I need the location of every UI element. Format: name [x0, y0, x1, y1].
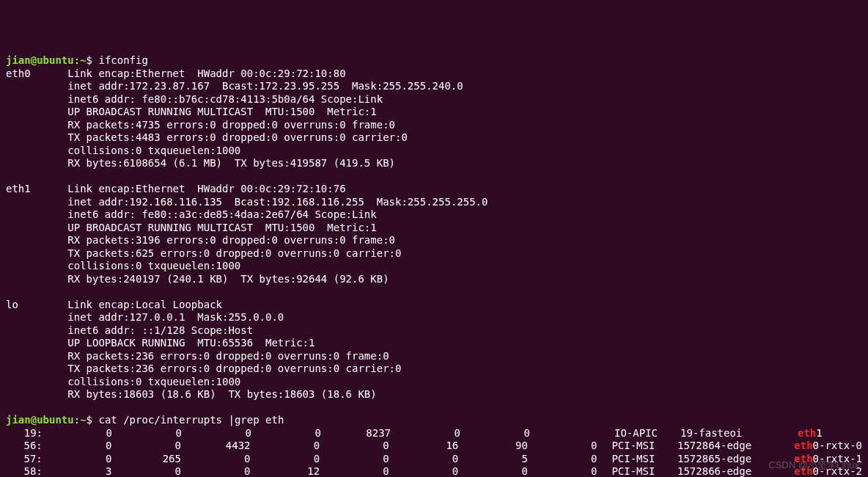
- ifconfig-eth0-line: TX packets:4483 errors:0 dropped:0 overr…: [6, 131, 862, 145]
- cpu-count: 0: [458, 465, 528, 477]
- cpu-count: 0: [528, 440, 597, 453]
- cpu-count: 0: [389, 453, 459, 466]
- cpu-count: 0: [182, 427, 251, 440]
- interrupt-row: 58:300120000PCI-MSI1572866-edgeeth0-rxtx…: [6, 465, 862, 477]
- command-cat-interrupts: cat /proc/interrupts |grep eth: [98, 414, 284, 426]
- prompt-user: jian@ubuntu: [6, 414, 74, 426]
- cpu-count: 0: [181, 465, 251, 477]
- grep-match: eth: [794, 440, 812, 451]
- ifconfig-lo-line: collisions:0 txqueuelen:1000: [6, 376, 862, 389]
- cpu-count: 0: [43, 453, 112, 466]
- cpu-count: 12: [251, 465, 320, 477]
- irq-number: 57:: [6, 453, 43, 466]
- cpu-count: 90: [458, 440, 528, 453]
- cpu-count: 0: [181, 453, 251, 466]
- ifconfig-lo-line: UP LOOPBACK RUNNING MTU:65536 Metric:1: [6, 337, 862, 350]
- cpu-count: 8237: [321, 427, 391, 440]
- irq-number: 19:: [6, 427, 43, 440]
- cpu-count: 0: [111, 440, 181, 453]
- ifconfig-lo-line: RX packets:236 errors:0 dropped:0 overru…: [6, 350, 862, 363]
- ifconfig-eth1-line: inet addr:192.168.116.135 Bcast:192.168.…: [6, 196, 862, 209]
- cpu-count: 0: [43, 427, 112, 440]
- cpu-count: 3: [43, 465, 112, 477]
- irq-type: PCI-MSI: [597, 453, 677, 466]
- cpu-count: 0: [460, 427, 530, 440]
- ifconfig-eth0-line: UP BROADCAST RUNNING MULTICAST MTU:1500 …: [6, 106, 862, 119]
- prompt-dollar: $: [87, 414, 99, 426]
- irq-device: eth1: [798, 427, 823, 440]
- ifconfig-eth1-line: UP BROADCAST RUNNING MULTICAST MTU:1500 …: [6, 222, 862, 235]
- cpu-count: 0: [112, 427, 182, 440]
- cpu-count: 0: [389, 465, 459, 477]
- ifconfig-lo-line: inet6 addr: ::1/128 Scope:Host: [6, 324, 862, 338]
- ifconfig-eth0-line: collisions:0 txqueuelen:1000: [6, 145, 862, 158]
- cpu-count: 16: [389, 440, 459, 453]
- ifconfig-eth1-line: collisions:0 txqueuelen:1000: [6, 260, 862, 273]
- command-ifconfig: ifconfig: [98, 54, 147, 66]
- interrupt-row: 57:0265000050PCI-MSI1572865-edgeeth0-rxt…: [6, 453, 862, 466]
- cpu-count: 0: [320, 453, 389, 466]
- prompt-sep: :: [74, 54, 80, 66]
- cpu-count: 265: [111, 453, 181, 466]
- cpu-count: 4432: [181, 440, 251, 453]
- irq-edge: 1572866-edge: [677, 465, 776, 477]
- irq-device: eth0-rxtx-0: [794, 440, 862, 453]
- cpu-count: 0: [528, 453, 597, 466]
- irq-edge: 19-fasteoi: [680, 427, 779, 440]
- ifconfig-eth0-line: inet addr:172.23.87.167 Bcast:172.23.95.…: [6, 80, 862, 93]
- irq-edge: 1572865-edge: [677, 453, 776, 466]
- ifconfig-eth0-line: eth0 Link encap:Ethernet HWaddr 00:0c:29…: [6, 68, 862, 81]
- ifconfig-eth1-line: eth1 Link encap:Ethernet HWaddr 00:0c:29…: [6, 183, 862, 196]
- ifconfig-lo-line: inet addr:127.0.0.1 Mask:255.0.0.0: [6, 311, 862, 324]
- irq-type: PCI-MSI: [597, 465, 677, 477]
- interrupt-row: 19:0000823700IO-APIC19-fasteoieth1: [6, 427, 862, 440]
- prompt-line[interactable]: jian@ubuntu:~$ ifconfig: [6, 54, 862, 68]
- ifconfig-eth1-line: RX bytes:240197 (240.1 KB) TX bytes:9264…: [6, 273, 862, 286]
- ifconfig-eth0-line: RX bytes:6108654 (6.1 MB) TX bytes:41958…: [6, 157, 862, 170]
- prompt-line[interactable]: jian@ubuntu:~$ cat /proc/interrupts |gre…: [6, 414, 862, 427]
- ifconfig-eth1-line: inet6 addr: fe80::a3c:de85:4daa:2e67/64 …: [6, 208, 862, 222]
- cpu-count: 0: [251, 427, 321, 440]
- cpu-count: 0: [111, 465, 181, 477]
- cpu-count: 0: [320, 465, 389, 477]
- cpu-count: 0: [251, 453, 320, 466]
- irq-number: 56:: [6, 440, 43, 453]
- cpu-count: 0: [251, 440, 320, 453]
- cpu-count: 0: [528, 465, 597, 477]
- ifconfig-lo-line: RX bytes:18603 (18.6 KB) TX bytes:18603 …: [6, 388, 862, 401]
- irq-edge: 1572864-edge: [677, 440, 776, 453]
- terminal-output[interactable]: jian@ubuntu:~$ ifconfigeth0 Link encap:E…: [6, 54, 862, 477]
- prompt-dollar: $: [87, 54, 99, 66]
- ifconfig-lo-line: TX packets:236 errors:0 dropped:0 overru…: [6, 363, 862, 376]
- prompt-user: jian@ubuntu: [6, 54, 74, 66]
- irq-type: IO-APIC: [600, 427, 680, 440]
- cpu-count: 5: [458, 453, 528, 466]
- cpu-count: 0: [320, 440, 389, 453]
- irq-type: PCI-MSI: [597, 440, 677, 453]
- ifconfig-eth1-line: TX packets:625 errors:0 dropped:0 overru…: [6, 247, 862, 261]
- cpu-count: 0: [391, 427, 460, 440]
- watermark-text: CSDN @小坚学Linux: [768, 459, 859, 471]
- ifconfig-lo-line: lo Link encap:Local Loopback: [6, 299, 862, 312]
- prompt-sep: :: [74, 414, 80, 426]
- prompt-path: ~: [80, 414, 86, 426]
- cpu-count: 0: [43, 440, 112, 453]
- grep-match: eth: [798, 427, 816, 439]
- cpu-count: [530, 427, 600, 440]
- ifconfig-eth1-line: RX packets:3196 errors:0 dropped:0 overr…: [6, 234, 862, 247]
- ifconfig-eth0-line: RX packets:4735 errors:0 dropped:0 overr…: [6, 119, 862, 132]
- interrupt-row: 56:0044320016900PCI-MSI1572864-edgeeth0-…: [6, 440, 862, 453]
- irq-number: 58:: [6, 465, 43, 477]
- ifconfig-eth0-line: inet6 addr: fe80::b76c:cd78:4113:5b0a/64…: [6, 93, 862, 106]
- prompt-path: ~: [80, 54, 86, 66]
